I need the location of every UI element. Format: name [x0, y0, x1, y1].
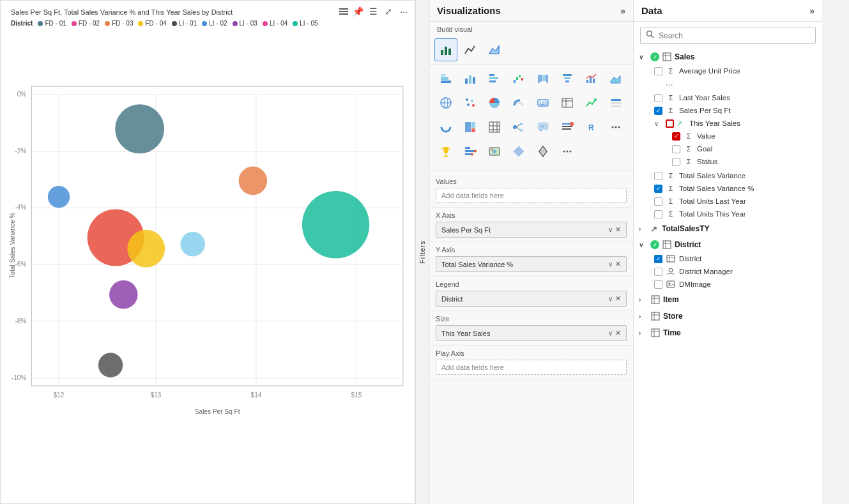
- status-item[interactable]: Σ Status: [636, 155, 820, 168]
- decomp-tree-btn[interactable]: [507, 116, 530, 139]
- legend-dropdown[interactable]: ∨: [608, 295, 613, 302]
- kpi-btn[interactable]: [580, 91, 603, 114]
- pie-btn[interactable]: [483, 91, 506, 114]
- diamond-btn[interactable]: [507, 140, 530, 163]
- table-btn[interactable]: [556, 91, 579, 114]
- bubble-li05[interactable]: [302, 191, 369, 258]
- bubble-fd03[interactable]: [239, 167, 268, 195]
- store-section-header[interactable]: › Store: [636, 309, 820, 324]
- bar-chart-btn[interactable]: [483, 67, 506, 90]
- this-year-expand-icon[interactable]: ∨: [654, 120, 663, 127]
- avg-unit-price-item[interactable]: Σ Average Unit Price: [636, 65, 820, 77]
- total-sales-var-pct-item[interactable]: Σ Total Sales Variance %: [636, 182, 820, 195]
- xaxis-close[interactable]: ✕: [615, 225, 621, 234]
- sales-section-header[interactable]: ∨ ✓ Sales: [636, 49, 820, 65]
- total-units-ty-checkbox[interactable]: [654, 210, 662, 218]
- item-section-header[interactable]: › Item: [636, 292, 820, 307]
- total-sales-var-checkbox[interactable]: [654, 172, 662, 180]
- pin-icon[interactable]: 📌: [352, 6, 363, 17]
- last-year-sales-checkbox[interactable]: [654, 94, 662, 102]
- playaxis-input[interactable]: Add data fields here: [436, 360, 627, 375]
- district-item[interactable]: District: [636, 252, 820, 265]
- district-manager-checkbox[interactable]: [654, 268, 662, 276]
- yaxis-dropdown[interactable]: ∨: [608, 261, 613, 268]
- avg-unit-price-checkbox[interactable]: [654, 67, 662, 75]
- goal-item[interactable]: Σ Goal: [636, 142, 820, 155]
- r-visual-btn[interactable]: R: [580, 116, 603, 139]
- more-btn2[interactable]: [556, 140, 579, 163]
- values-input[interactable]: Add data fields here: [436, 188, 627, 203]
- scatter-chart-btn[interactable]: [434, 38, 457, 61]
- viz-panel-arrow[interactable]: »: [620, 6, 625, 16]
- total-sales-var-item[interactable]: Σ Total Sales Variance: [636, 169, 820, 182]
- filters-panel[interactable]: Filters: [415, 0, 429, 504]
- this-year-expand-header[interactable]: ∨ ↗ This Year Sales: [636, 117, 820, 130]
- donut-btn[interactable]: [434, 116, 457, 139]
- xaxis-value[interactable]: Sales Per Sq Ft ∨ ✕: [436, 222, 627, 238]
- district-checkbox[interactable]: [654, 255, 662, 263]
- bubble-fd01[interactable]: [115, 104, 164, 153]
- gauge-btn[interactable]: [507, 91, 530, 114]
- stacked-bar-btn[interactable]: [434, 67, 457, 90]
- treemap-btn[interactable]: [459, 116, 482, 139]
- total-units-ly-checkbox[interactable]: [654, 197, 662, 206]
- column-chart-btn[interactable]: [459, 67, 482, 90]
- district-manager-item[interactable]: District Manager: [636, 265, 820, 278]
- totalsalesty-expand-icon[interactable]: ›: [639, 225, 648, 233]
- this-year-partial-checkbox[interactable]: [666, 119, 674, 128]
- xaxis-dropdown[interactable]: ∨: [608, 226, 613, 233]
- store-expand-icon[interactable]: ›: [639, 313, 648, 320]
- bubble-li02[interactable]: [48, 186, 70, 208]
- last-year-sales-item[interactable]: Σ Last Year Sales: [636, 91, 820, 104]
- card-btn[interactable]: 123: [532, 91, 555, 114]
- bubble-li03[interactable]: [109, 280, 138, 309]
- arrows-btn[interactable]: [532, 140, 555, 163]
- time-section-header[interactable]: › Time: [636, 325, 820, 340]
- bar-dots-btn[interactable]: [459, 140, 482, 163]
- more-options-icon[interactable]: ···: [398, 6, 409, 17]
- dmimage-item[interactable]: DMImage: [636, 278, 820, 291]
- district-expand-icon[interactable]: ∨: [639, 241, 648, 248]
- map-btn[interactable]: [434, 91, 457, 114]
- size-close[interactable]: ✕: [615, 329, 621, 337]
- district-section-header[interactable]: ∨ ✓ District: [636, 237, 820, 252]
- legend-value[interactable]: District ∨ ✕: [436, 291, 627, 307]
- smart-narr-btn[interactable]: !: [556, 116, 579, 139]
- search-box[interactable]: [640, 27, 816, 44]
- yaxis-value[interactable]: Total Sales Variance % ∨ ✕: [436, 256, 627, 272]
- bubble-li02b[interactable]: [180, 232, 204, 256]
- map2-btn[interactable]: [483, 140, 506, 163]
- slicer-btn[interactable]: [604, 91, 627, 114]
- total-units-ty-item[interactable]: Σ Total Units This Year: [636, 208, 820, 220]
- bubble-fd04[interactable]: [127, 230, 165, 268]
- value-checkbox[interactable]: [672, 132, 680, 141]
- matrix-btn[interactable]: [483, 116, 506, 139]
- dmimage-checkbox[interactable]: [654, 280, 662, 289]
- status-checkbox[interactable]: [672, 158, 680, 166]
- trophy-btn[interactable]: [434, 140, 457, 163]
- search-input[interactable]: [659, 31, 810, 40]
- size-value[interactable]: This Year Sales ∨ ✕: [436, 325, 627, 341]
- total-units-ly-item[interactable]: Σ Total Units Last Year: [636, 195, 820, 208]
- goal-checkbox[interactable]: [672, 145, 680, 153]
- item-expand-icon[interactable]: ›: [639, 296, 648, 303]
- legend-close[interactable]: ✕: [615, 294, 621, 303]
- sales-per-sqft-checkbox[interactable]: [654, 107, 662, 115]
- waterfall-btn[interactable]: [507, 67, 530, 90]
- chat-btn[interactable]: A?: [532, 116, 555, 139]
- value-item[interactable]: Σ Value: [636, 130, 820, 142]
- bubble-li01[interactable]: [98, 353, 123, 377]
- sales-expand-icon[interactable]: ∨: [639, 54, 648, 61]
- scatter-matrix-btn[interactable]: [459, 91, 482, 114]
- filter-icon[interactable]: ☰: [367, 6, 379, 17]
- line-chart-btn[interactable]: [459, 38, 482, 61]
- time-expand-icon[interactable]: ›: [639, 330, 648, 337]
- total-sales-var-pct-checkbox[interactable]: [654, 185, 662, 193]
- format-icon[interactable]: [339, 8, 348, 15]
- size-dropdown[interactable]: ∨: [608, 330, 613, 337]
- area-chart-btn[interactable]: [483, 38, 506, 61]
- yaxis-close[interactable]: ✕: [615, 260, 621, 268]
- sales-per-sqft-item[interactable]: Σ Sales Per Sq Ft: [636, 104, 820, 117]
- line-col-btn[interactable]: [580, 67, 603, 90]
- area-line-btn[interactable]: [604, 67, 627, 90]
